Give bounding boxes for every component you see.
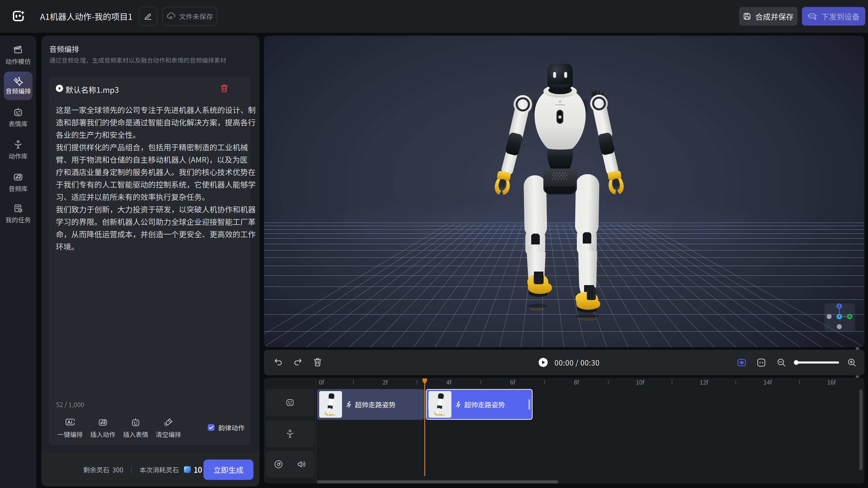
svg-text:Z: Z [838, 303, 840, 308]
svg-text:Y: Y [838, 314, 840, 319]
svg-text:X: X [848, 314, 851, 319]
